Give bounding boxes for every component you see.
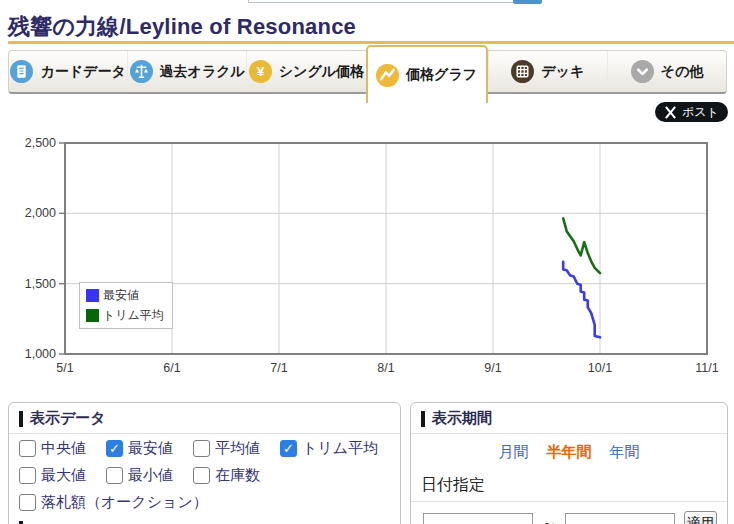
- checkbox-label: トリム平均: [302, 439, 378, 458]
- checkbox-box[interactable]: ✓: [106, 440, 123, 457]
- chevron-down-icon: [631, 60, 654, 83]
- legend-label: トリム平均: [103, 307, 164, 324]
- legend-item: 最安値: [86, 287, 164, 304]
- period-yearly[interactable]: 年間: [610, 443, 640, 460]
- checkbox-box[interactable]: [193, 440, 210, 457]
- display-data-title: 表示データ: [30, 409, 106, 428]
- header-bar: [19, 411, 23, 427]
- price-chart: 2,5002,0001,5001,0005/16/17/18/19/110/11…: [0, 128, 734, 398]
- svg-text:1,000: 1,000: [25, 347, 56, 361]
- post-button-label: ポスト: [682, 104, 719, 121]
- display-data-panel: 表示データ 中央値✓最安値平均値✓トリム平均最大値最小値在庫数落札額（オークショ…: [8, 402, 401, 524]
- checkbox-label: 在庫数: [215, 466, 260, 485]
- date-range-row: ～ 適用: [411, 502, 727, 524]
- tab-card-data[interactable]: カードデータ: [9, 51, 127, 92]
- checkbox-row: 中央値✓最安値平均値✓トリム平均: [9, 434, 400, 461]
- period-options: 月間半年間年間: [411, 434, 727, 470]
- checkbox-label: 中央値: [41, 439, 86, 458]
- checkbox-median[interactable]: 中央値: [19, 439, 86, 458]
- tab-deck[interactable]: デッキ: [488, 51, 607, 92]
- svg-text:¥: ¥: [256, 64, 264, 79]
- period-half-year[interactable]: 半年間: [547, 443, 592, 460]
- price-chart-svg: 2,5002,0001,5001,0005/16/17/18/19/110/11…: [0, 128, 734, 398]
- series-トリム平均: [563, 218, 600, 273]
- date-range-separator: ～: [541, 514, 557, 524]
- graph-icon: [376, 64, 399, 87]
- tab-label: カードデータ: [40, 63, 125, 81]
- checkbox-auction[interactable]: 落札額（オークション）: [19, 493, 208, 512]
- deck-icon: [511, 60, 534, 83]
- checkbox-trimmed-mean[interactable]: ✓トリム平均: [280, 439, 378, 458]
- checkbox-label: 最安値: [128, 439, 173, 458]
- svg-text:2,500: 2,500: [25, 136, 56, 150]
- checkbox-lowest[interactable]: ✓最安値: [106, 439, 173, 458]
- svg-text:7/1: 7/1: [270, 361, 287, 375]
- tab-others[interactable]: その他: [607, 51, 726, 92]
- checkbox-box[interactable]: [106, 467, 123, 484]
- chart-legend: 最安値トリム平均: [79, 282, 173, 329]
- yen-icon: ¥: [249, 60, 272, 83]
- tab-label: 価格グラフ: [406, 66, 477, 84]
- checkbox-stock[interactable]: 在庫数: [193, 466, 260, 485]
- date-spec-header: 日付指定: [411, 470, 727, 502]
- checkbox-box[interactable]: [19, 440, 36, 457]
- legend-swatch: [86, 309, 99, 322]
- tab-label: その他: [661, 63, 704, 81]
- date-spec-title: 日付指定: [421, 475, 485, 496]
- axis-labels: 2,5002,0001,5001,0005/16/17/18/19/110/11…: [25, 136, 719, 375]
- checkbox-box[interactable]: [19, 467, 36, 484]
- svg-text:11/1: 11/1: [695, 361, 718, 375]
- svg-text:6/1: 6/1: [163, 361, 180, 375]
- period-panel: 表示期間 月間半年間年間 日付指定 ～ 適用: [410, 402, 728, 524]
- checkbox-row: 最大値最小値在庫数: [9, 461, 400, 488]
- svg-text:9/1: 9/1: [484, 361, 501, 375]
- period-monthly[interactable]: 月間: [499, 443, 529, 460]
- tab-label: 過去オラクル: [160, 63, 245, 81]
- tab-bar: カードデータ過去オラクル¥シングル価格価格グラフデッキその他: [8, 50, 727, 94]
- tab-price-graph[interactable]: 価格グラフ: [366, 45, 488, 103]
- checkbox-min[interactable]: 最小値: [106, 466, 173, 485]
- date-from-input[interactable]: [423, 513, 533, 524]
- series-最安値: [563, 262, 600, 337]
- checkbox-box[interactable]: [19, 494, 36, 511]
- apply-button[interactable]: 適用: [684, 511, 717, 524]
- checkbox-average[interactable]: 平均値: [193, 439, 260, 458]
- checkbox-label: 平均値: [215, 439, 260, 458]
- scales-icon: [130, 60, 153, 83]
- period-header: 表示期間: [411, 403, 727, 434]
- tab-past-oracle[interactable]: 過去オラクル: [127, 51, 246, 92]
- checkbox-label: 落札額（オークション）: [41, 493, 208, 512]
- svg-text:1,500: 1,500: [25, 277, 56, 291]
- post-button[interactable]: ポスト: [655, 102, 728, 122]
- svg-text:10/1: 10/1: [588, 361, 612, 375]
- legend-item: トリム平均: [86, 307, 164, 324]
- legend-swatch: [86, 289, 99, 302]
- checkbox-label: 最小値: [128, 466, 173, 485]
- x-logo-icon: [664, 106, 677, 119]
- svg-text:8/1: 8/1: [377, 361, 394, 375]
- checkbox-label: 最大値: [41, 466, 86, 485]
- checkbox-box[interactable]: [193, 467, 210, 484]
- checkbox-max[interactable]: 最大値: [19, 466, 86, 485]
- search-button[interactable]: [513, 0, 542, 4]
- tab-label: シングル価格: [279, 63, 364, 81]
- svg-text:5/1: 5/1: [56, 361, 73, 375]
- period-title: 表示期間: [432, 409, 492, 428]
- date-to-input[interactable]: [565, 513, 675, 524]
- page-title: 残響の力線/Leyline of Resonance: [8, 12, 356, 42]
- title-underline: [8, 41, 734, 44]
- display-data-header: 表示データ: [9, 403, 400, 434]
- tab-single-price[interactable]: ¥シングル価格: [246, 51, 365, 92]
- card-icon: [10, 60, 33, 83]
- search-input[interactable]: [248, 0, 514, 3]
- header-bar: [421, 411, 425, 427]
- checkbox-box[interactable]: ✓: [280, 440, 297, 457]
- legend-label: 最安値: [103, 287, 139, 304]
- checkbox-row: 落札額（オークション）: [9, 488, 400, 515]
- tab-label: デッキ: [541, 63, 584, 81]
- svg-text:2,000: 2,000: [25, 206, 56, 220]
